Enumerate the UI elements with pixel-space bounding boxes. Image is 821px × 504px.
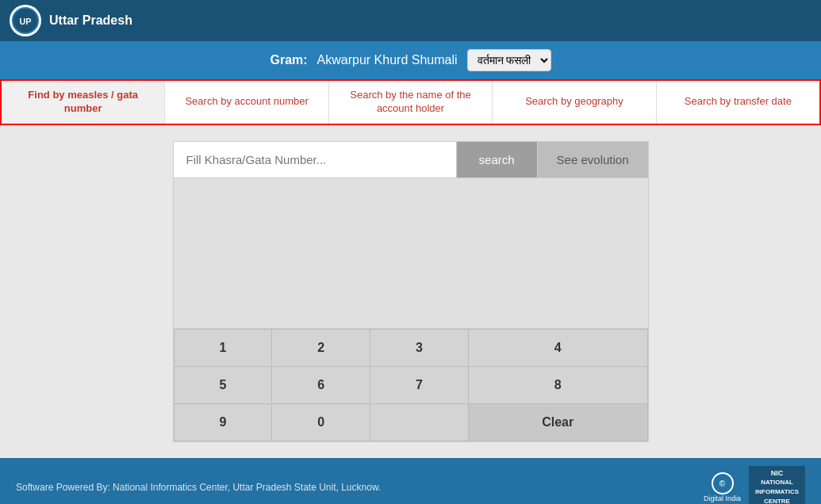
khasra-input[interactable] [174,142,456,178]
org-name: Uttar Pradesh [49,13,132,28]
search-input-row: search See evolution [174,142,648,178]
see-evolution-button[interactable]: See evolution [537,142,648,178]
numpad-key-4[interactable]: 4 [468,329,647,366]
digital-india-label: Digital India [704,494,741,502]
numpad-table: 1 2 3 4 5 6 7 8 9 0 Clear [174,329,648,441]
gram-bar: Gram: Akwarpur Khurd Shumali वर्तमान फसल… [0,41,821,79]
footer-powered-by: Software Powered By: National Informatic… [16,482,381,493]
numpad-key-6[interactable]: 6 [272,366,370,403]
numpad-row-1: 1 2 3 4 [174,329,647,366]
numpad-key-0[interactable]: 0 [272,403,370,441]
nav-tabs: Find by measles / gata number Search by … [0,79,821,125]
numpad-key-5[interactable]: 5 [174,366,272,403]
main-content: search See evolution 1 2 3 4 5 6 7 8 [0,125,821,458]
footer-logos: © Digital India NICNATIONALINFORMATICSCE… [704,466,805,504]
digital-india-logo: © Digital India [704,472,741,502]
tab-account[interactable]: Search by account number [165,81,328,124]
numpad-key-7[interactable]: 7 [370,366,469,403]
numpad-row-3: 9 0 Clear [174,403,647,441]
numpad-key-3[interactable]: 3 [370,329,469,366]
fasli-dropdown[interactable]: वर्तमान फसलीपिछली फसली [467,49,551,71]
search-button[interactable]: search [456,142,537,178]
footer: Software Powered By: National Informatic… [0,458,821,504]
header: UP Uttar Pradesh [0,0,821,41]
result-area [174,178,648,329]
org-logo: UP [10,5,41,36]
tab-geography[interactable]: Search by geography [493,81,656,124]
svg-text:UP: UP [20,17,32,26]
numpad: 1 2 3 4 5 6 7 8 9 0 Clear [174,329,648,441]
numpad-key-empty [370,403,469,441]
numpad-key-8[interactable]: 8 [468,366,647,403]
search-panel: search See evolution 1 2 3 4 5 6 7 8 [173,141,649,442]
tab-transfer[interactable]: Search by transfer date [657,81,819,124]
tab-holder[interactable]: Search by the name of the account holder [329,81,493,124]
numpad-clear-button[interactable]: Clear [468,403,647,441]
numpad-key-1[interactable]: 1 [174,329,272,366]
numpad-key-2[interactable]: 2 [272,329,370,366]
gram-name: Akwarpur Khurd Shumali [317,53,458,67]
nic-logo: NICNATIONALINFORMATICSCENTRE [749,466,805,504]
tab-measles[interactable]: Find by measles / gata number [2,81,165,124]
gram-label: Gram: [270,53,307,67]
nic-label: NATIONALINFORMATICSCENTRE [755,479,799,504]
numpad-key-9[interactable]: 9 [174,403,272,441]
numpad-row-2: 5 6 7 8 [174,366,647,403]
